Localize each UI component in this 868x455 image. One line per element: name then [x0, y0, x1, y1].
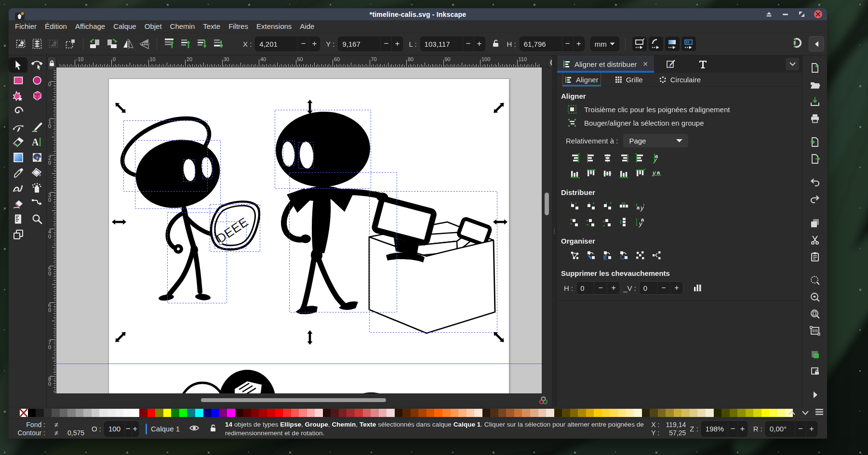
- swatch[interactable]: [347, 409, 355, 417]
- distribute-bottom-edges-button[interactable]: [602, 217, 613, 227]
- align-text-baseline-button[interactable]: ya: [652, 169, 662, 179]
- remove-overlaps-button[interactable]: [693, 283, 703, 293]
- lock-ratio-icon[interactable]: [492, 39, 499, 49]
- gradient-tool[interactable]: [9, 150, 27, 165]
- swatch[interactable]: [570, 409, 578, 417]
- swatch[interactable]: [506, 409, 514, 417]
- swatch[interactable]: [363, 409, 371, 417]
- swatch[interactable]: [650, 409, 658, 417]
- swatch[interactable]: [387, 409, 395, 417]
- swatch[interactable]: [753, 409, 761, 417]
- node-tool[interactable]: [27, 57, 46, 73]
- swatch[interactable]: [60, 409, 68, 417]
- swatch[interactable]: [714, 409, 722, 417]
- distribute-right-edges-button[interactable]: [602, 202, 613, 212]
- swatch[interactable]: [578, 409, 586, 417]
- distribute-text-vertically-button[interactable]: ay: [635, 217, 645, 227]
- subtab-circular[interactable]: Circulaire: [657, 73, 703, 86]
- swatch[interactable]: [737, 409, 746, 417]
- guide-line[interactable]: [56, 364, 542, 364]
- swatch[interactable]: [44, 409, 52, 417]
- x-spinbox[interactable]: 4,201−+: [255, 37, 320, 51]
- zoom-1-1-corner-button[interactable]: 1:1: [548, 56, 552, 67]
- transform-pattern-toggle[interactable]: [681, 37, 696, 51]
- swatch[interactable]: [355, 409, 363, 417]
- swatch[interactable]: [331, 409, 339, 417]
- zoom-minus-button[interactable]: −: [728, 422, 737, 436]
- maximize-button[interactable]: [798, 10, 806, 18]
- lower-to-bottom-button[interactable]: [211, 37, 226, 51]
- swatch[interactable]: [474, 409, 482, 417]
- horizontal-ruler[interactable]: 1:1: [56, 55, 552, 67]
- swatch[interactable]: [746, 409, 754, 417]
- align-bottom-edges-button[interactable]: [619, 169, 629, 179]
- dropper-tool[interactable]: [9, 165, 27, 181]
- selector-tool[interactable]: [9, 57, 27, 73]
- align-right-edges-button[interactable]: [619, 153, 629, 163]
- y-spinbox-plus[interactable]: +: [391, 37, 402, 51]
- align-center-horizontal-button[interactable]: [602, 169, 613, 179]
- mesh-tool[interactable]: [27, 150, 46, 165]
- menu-filtres[interactable]: Filtres: [228, 22, 248, 30]
- swatch[interactable]: [187, 409, 195, 417]
- expand-commands-icon[interactable]: [808, 388, 822, 402]
- zoom-plus-button[interactable]: +: [737, 422, 747, 436]
- lower-button[interactable]: [195, 37, 209, 51]
- swatch[interactable]: [307, 409, 315, 417]
- pen-tool[interactable]: [9, 119, 27, 134]
- swatch[interactable]: [721, 409, 730, 417]
- swatch[interactable]: [418, 409, 427, 417]
- layer-lock-icon[interactable]: [210, 424, 216, 433]
- raise-button[interactable]: [178, 37, 193, 51]
- menu-aide[interactable]: Aide: [300, 22, 314, 30]
- rectangle-tool[interactable]: [9, 73, 27, 88]
- transform-corners-toggle[interactable]: [649, 37, 663, 51]
- option-move-as-group-handles[interactable]: Troisième clic pour les poignées d'align…: [568, 105, 802, 114]
- menu-calque[interactable]: Calque: [113, 22, 136, 30]
- spiral-tool[interactable]: [9, 104, 27, 119]
- pages-tool[interactable]: [9, 227, 27, 242]
- menu-fichier[interactable]: Fichier: [15, 22, 37, 30]
- arrange-graph-layout-button[interactable]: [570, 250, 580, 260]
- exchange-positions-zorder-button[interactable]: [602, 250, 613, 260]
- unclump-objects-button[interactable]: [652, 250, 662, 260]
- swatch[interactable]: [498, 409, 507, 417]
- swatch[interactable]: [642, 409, 650, 417]
- menu-objet[interactable]: Objet: [145, 22, 162, 30]
- swatch[interactable]: [690, 409, 698, 417]
- swatch[interactable]: [283, 409, 291, 417]
- distribute-horizontal-gaps-button[interactable]: [619, 202, 629, 212]
- transform-stroke-toggle[interactable]: [632, 37, 647, 51]
- x-spinbox-plus[interactable]: +: [308, 37, 320, 51]
- swatch[interactable]: [626, 409, 634, 417]
- overlap-v-plus-button[interactable]: +: [670, 282, 683, 294]
- swatch[interactable]: [259, 409, 267, 417]
- swatch[interactable]: [442, 409, 451, 417]
- swatch[interactable]: [467, 409, 475, 417]
- tab-fill-stroke[interactable]: [654, 55, 689, 73]
- swatch[interactable]: [546, 409, 554, 417]
- swatch[interactable]: [395, 409, 403, 417]
- palette-scroll-up-icon[interactable]: [788, 408, 795, 417]
- swatch[interactable]: [490, 409, 498, 417]
- swatch[interactable]: [315, 409, 323, 417]
- rotate-ccw-button[interactable]: [88, 37, 103, 51]
- y-spinbox[interactable]: 9,167−+: [338, 37, 403, 51]
- pencil-tool[interactable]: [27, 119, 46, 134]
- flip-vertical-button[interactable]: [137, 37, 152, 51]
- exchange-positions-clockwise-button[interactable]: [619, 250, 629, 260]
- swatch[interactable]: [730, 409, 738, 417]
- export-button[interactable]: [808, 152, 822, 166]
- width-spinbox[interactable]: 103,117−+: [420, 37, 485, 51]
- menu-chemin[interactable]: Chemin: [170, 22, 195, 30]
- swatch[interactable]: [514, 409, 522, 417]
- swatch[interactable]: [92, 409, 100, 417]
- palette-menu-icon[interactable]: [815, 408, 823, 417]
- randomize-positions-button[interactable]: [635, 250, 645, 260]
- select-all-button[interactable]: [14, 37, 29, 51]
- menu-affichage[interactable]: Affichage: [75, 22, 105, 30]
- star-tool[interactable]: [9, 88, 27, 104]
- menu-extensions[interactable]: Extensions: [256, 22, 292, 30]
- layer-name[interactable]: Calque 1: [151, 425, 180, 433]
- new-document-button[interactable]: [808, 61, 822, 75]
